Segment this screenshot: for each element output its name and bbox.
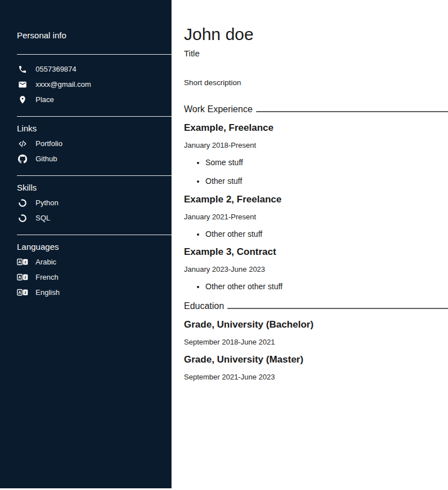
section-heading-education: Education xyxy=(184,301,448,311)
sidebar-heading-personal-info: Personal info xyxy=(17,30,172,41)
links-list: PortfolioGithub xyxy=(17,136,172,166)
sidebar-item-github: Github xyxy=(17,151,172,166)
entry-dates: January 2023-June 2023 xyxy=(184,265,448,273)
sidebar-item-arabic: AzArabic xyxy=(17,254,172,270)
entry-title: Example, Freelance xyxy=(184,122,448,134)
sidebar-divider xyxy=(17,54,172,55)
languages-list: AzArabicAzFrenchAzEnglish xyxy=(17,254,172,300)
sidebar-item-english: AzEnglish xyxy=(17,285,172,300)
sidebar-item-python: Python xyxy=(17,195,172,210)
sidebar-item-place: Place xyxy=(17,92,172,107)
svg-text:A: A xyxy=(19,275,21,279)
sidebar: Personal info 0557369874xxxx@gmail.comPl… xyxy=(0,0,172,488)
person-name: John doe xyxy=(184,25,448,43)
work-experience-entries: Example, FreelanceJanuary 2018-PresentSo… xyxy=(184,122,448,292)
sidebar-item-label: Place xyxy=(36,96,54,103)
sidebar-item-label: 0557369874 xyxy=(36,65,76,73)
language-icon: Az xyxy=(17,273,28,282)
language-icon: Az xyxy=(17,288,28,297)
section-heading-label: Education xyxy=(184,301,224,311)
svg-text:z: z xyxy=(24,275,27,279)
entry-title: Grade, University (Master) xyxy=(184,354,448,365)
sidebar-item-label: Portfolio xyxy=(36,140,63,147)
circle-notch-icon xyxy=(17,214,28,223)
sidebar-item-sql: SQL xyxy=(17,210,172,226)
svg-text:z: z xyxy=(24,260,27,264)
sidebar-item-label: Arabic xyxy=(36,258,56,266)
sidebar-heading-links: Links xyxy=(17,123,172,134)
entry-bullet-list: Other other other stuff xyxy=(184,282,448,291)
bullet-item: Other other other stuff xyxy=(205,282,448,291)
language-icon: Az xyxy=(17,258,28,267)
personal-info-list: 0557369874xxxx@gmail.comPlace xyxy=(17,61,172,107)
main-content: John doe Title Short description Work Ex… xyxy=(172,0,448,490)
svg-text:z: z xyxy=(24,290,27,294)
sidebar-item-0557369874: 0557369874 xyxy=(17,61,172,77)
entry-bullet-list: Other other stuff xyxy=(184,230,448,239)
entry-bullet-list: Some stuffOther stuff xyxy=(184,158,448,186)
entry-title: Example 3, Contract xyxy=(184,246,448,258)
sidebar-item-label: French xyxy=(36,273,58,281)
sidebar-heading-skills: Skills xyxy=(17,183,172,193)
section-heading-label: Work Experience xyxy=(184,104,253,114)
entry-dates: September 2018-June 2021 xyxy=(184,338,448,346)
entry-title: Grade, University (Bachelor) xyxy=(184,319,448,330)
sidebar-item-label: English xyxy=(36,289,60,296)
sidebar-divider xyxy=(17,116,172,117)
phone-icon xyxy=(17,65,28,74)
circle-notch-icon xyxy=(17,198,28,208)
section-heading-work-experience: Work Experience xyxy=(184,104,448,114)
resume-page: Personal info 0557369874xxxx@gmail.comPl… xyxy=(0,0,448,490)
sidebar-heading-languages: Languages xyxy=(17,242,172,252)
sidebar-item-label: Github xyxy=(36,155,57,162)
location-icon xyxy=(17,95,28,104)
entry-dates: January 2018-Present xyxy=(184,141,448,149)
entry-title: Example 2, Freelance xyxy=(184,194,448,205)
education-entries: Grade, University (Bachelor)September 20… xyxy=(184,319,448,381)
sidebar-item-french: AzFrench xyxy=(17,270,172,285)
envelope-icon xyxy=(17,80,28,89)
sidebar-item-portfolio: Portfolio xyxy=(17,136,172,151)
short-description: Short description xyxy=(184,78,448,87)
svg-text:A: A xyxy=(19,290,21,294)
sidebar-item-label: xxxx@gmail.com xyxy=(36,81,91,88)
heading-rule-line xyxy=(227,308,448,309)
bullet-item: Other other stuff xyxy=(205,230,448,239)
person-title: Title xyxy=(184,48,448,58)
entry-dates: September 2021-June 2023 xyxy=(184,373,448,381)
sidebar-item-label: Python xyxy=(36,199,58,206)
code-icon xyxy=(17,139,28,148)
sidebar-divider xyxy=(17,175,172,176)
heading-rule-line xyxy=(256,111,448,112)
bullet-item: Other stuff xyxy=(205,177,448,186)
svg-text:A: A xyxy=(19,260,21,264)
sidebar-item-label: SQL xyxy=(36,214,50,222)
github-icon xyxy=(17,154,28,164)
entry-dates: January 2021-Present xyxy=(184,213,448,221)
skills-list: PythonSQL xyxy=(17,195,172,226)
bullet-item: Some stuff xyxy=(205,158,448,167)
sidebar-divider xyxy=(17,235,172,235)
sidebar-item-xxxx-gmail-com: xxxx@gmail.com xyxy=(17,77,172,92)
